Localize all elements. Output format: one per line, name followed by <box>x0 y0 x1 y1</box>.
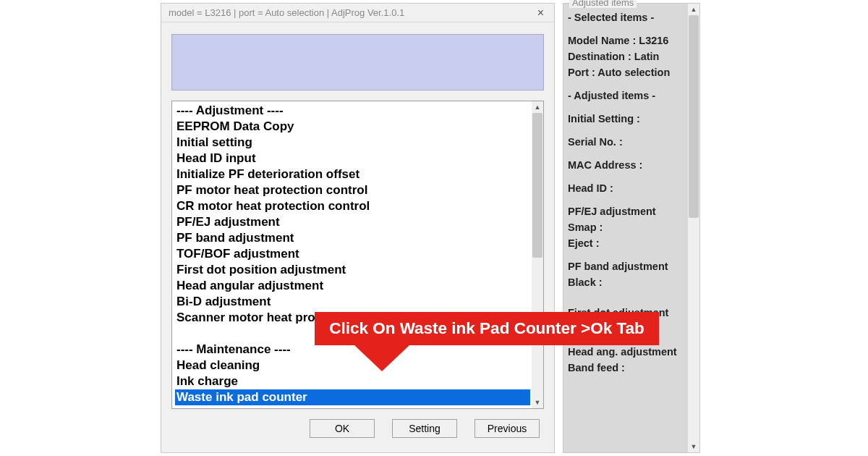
main-body: ---- Adjustment ----EEPROM Data CopyInit… <box>161 22 554 445</box>
list-item[interactable]: Ink charge <box>175 373 530 389</box>
close-icon[interactable]: × <box>533 7 548 20</box>
list-item[interactable]: First dot position adjustment <box>175 262 530 278</box>
head-ang-adjustment: Head ang. adjustment <box>568 344 684 360</box>
list-item[interactable]: Initial setting <box>175 135 530 151</box>
black: Black : <box>568 274 684 290</box>
selected-items-heading: - Selected items - <box>568 9 684 25</box>
pfej-adjustment: PF/EJ adjustment <box>568 203 684 219</box>
list-scrollbar[interactable]: ▲ ▼ <box>532 101 543 408</box>
destination: Destination : Latin <box>568 48 684 64</box>
list-item[interactable]: Waste ink pad counter <box>175 389 530 405</box>
info-panel <box>171 34 544 90</box>
scroll-down-icon[interactable]: ▼ <box>532 397 543 408</box>
window-title: model = L3216 | port = Auto selection | … <box>169 7 404 18</box>
port: Port : Auto selection <box>568 64 684 80</box>
list-item[interactable]: PF motor heat protection control <box>175 182 530 198</box>
list-item[interactable]: TOF/BOF adjustment <box>175 246 530 262</box>
list-item[interactable]: PF/EJ adjustment <box>175 214 530 230</box>
instruction-callout: Click On Waste ink Pad Counter >Ok Tab <box>315 312 659 345</box>
initial-setting: Initial Setting : <box>568 111 684 127</box>
scroll-up-icon[interactable]: ▲ <box>532 101 543 113</box>
list-content: ---- Adjustment ----EEPROM Data CopyInit… <box>172 101 532 408</box>
ok-button[interactable]: OK <box>310 419 375 438</box>
list-item[interactable]: Initialize PF deterioration offset <box>175 166 530 182</box>
eject: Eject : <box>568 235 684 251</box>
mac-address: MAC Address : <box>568 157 684 173</box>
band-feed: Band feed : <box>568 360 684 376</box>
list-item[interactable]: Head ID input <box>175 151 530 166</box>
scroll-thumb[interactable] <box>689 15 699 218</box>
scroll-thumb[interactable] <box>532 113 542 258</box>
main-window: model = L3216 | port = Auto selection | … <box>161 3 555 453</box>
side-content: - Selected items - Model Name : L3216 De… <box>563 4 688 452</box>
button-row: OK Setting Previous <box>171 419 544 438</box>
titlebar: model = L3216 | port = Auto selection | … <box>161 4 554 22</box>
previous-button[interactable]: Previous <box>475 419 540 438</box>
list-item[interactable]: CR motor heat protection control <box>175 198 530 214</box>
model-name: Model Name : L3216 <box>568 33 684 48</box>
adjusted-items-panel: Adjusted items - Selected items - Model … <box>563 3 700 453</box>
list-item[interactable]: PF band adjustment <box>175 230 530 246</box>
list-item[interactable]: Shipping setting <box>175 405 530 408</box>
scroll-up-icon[interactable]: ▲ <box>688 4 699 15</box>
pf-band-adjustment: PF band adjustment <box>568 258 684 274</box>
side-group-title: Adjusted items <box>569 0 637 8</box>
callout-text: Click On Waste ink Pad Counter >Ok Tab <box>329 319 644 338</box>
callout-arrow-icon <box>354 345 409 371</box>
list-item[interactable]: Bi-D adjustment <box>175 294 530 310</box>
side-scrollbar[interactable]: ▲ ▼ <box>688 4 699 452</box>
setting-button[interactable]: Setting <box>392 419 457 438</box>
head-id: Head ID : <box>568 180 684 196</box>
adjusted-items-heading: - Adjusted items - <box>568 88 684 104</box>
list-item[interactable]: EEPROM Data Copy <box>175 119 530 135</box>
list-item[interactable]: Head cleaning <box>175 358 530 373</box>
list-item[interactable]: ---- Adjustment ---- <box>175 103 530 119</box>
scroll-down-icon[interactable]: ▼ <box>688 441 699 452</box>
serial-no: Serial No. : <box>568 134 684 150</box>
list-item[interactable]: Head angular adjustment <box>175 278 530 294</box>
smap: Smap : <box>568 219 684 235</box>
